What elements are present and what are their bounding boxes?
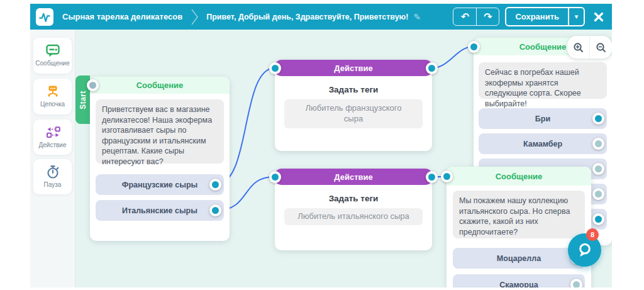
reply-button-scamorza[interactable]: Скаморца bbox=[453, 274, 585, 287]
output-port[interactable] bbox=[426, 171, 438, 183]
sidebar-item-label: Пауза bbox=[44, 181, 62, 188]
topbar: Сырная тарелка деликатесов Привет, Добры… bbox=[30, 4, 612, 30]
block-palette-sidebar: Сообщение Цепочка Действие bbox=[30, 30, 75, 287]
node-header: Сообщение bbox=[90, 77, 230, 94]
node-header: Действие bbox=[275, 60, 432, 76]
app-logo bbox=[36, 8, 53, 26]
magnifier-minus-icon bbox=[596, 42, 606, 53]
node-title: Действие bbox=[334, 172, 372, 182]
pulse-icon bbox=[37, 9, 52, 25]
reply-button-bri[interactable]: Бри bbox=[479, 108, 607, 129]
reply-button-label: Французские сыры bbox=[122, 181, 197, 189]
canvas-zoom-controls bbox=[567, 36, 612, 59]
undo-button[interactable]: ↶ bbox=[453, 8, 476, 25]
start-tab-label: Start bbox=[79, 91, 87, 109]
node-header: Действие bbox=[275, 169, 432, 185]
reply-button-label: Итальянские сыры bbox=[122, 206, 197, 215]
save-button-group: Сохранить ▾ bbox=[505, 7, 585, 26]
input-port[interactable] bbox=[269, 62, 281, 74]
sidebar-item-message[interactable]: Сообщение bbox=[33, 38, 72, 74]
node-title: Сообщение bbox=[519, 42, 567, 52]
reply-button-label: Скаморца bbox=[499, 281, 538, 288]
chat-bubble-icon bbox=[576, 242, 593, 259]
reply-button-label: Камамбер bbox=[523, 140, 562, 148]
message-text: Приветствуем вас в магазине деликатесов!… bbox=[96, 99, 224, 164]
flow-builder-window: Сырная тарелка деликатесов Привет, Добры… bbox=[30, 4, 612, 287]
output-port[interactable] bbox=[592, 113, 604, 125]
save-button[interactable]: Сохранить bbox=[506, 8, 568, 25]
message-text: Мы покажем нашу коллекцию итальянского с… bbox=[453, 191, 585, 238]
input-port[interactable] bbox=[87, 79, 99, 91]
sidebar-item-action[interactable]: Действие bbox=[33, 120, 72, 155]
input-port[interactable] bbox=[468, 41, 480, 53]
node-header: Сообщение bbox=[447, 167, 591, 186]
reply-button-french[interactable]: Французские сыры bbox=[96, 174, 224, 195]
topbar-actions: ↶ ↷ Сохранить ▾ bbox=[453, 7, 612, 26]
action-heading: Задать теги bbox=[275, 85, 432, 94]
node-message-italian-collection[interactable]: Сообщение Мы покажем нашу коллекцию итал… bbox=[447, 167, 591, 287]
node-action-french[interactable]: Действие Задать теги Любитель франзцузск… bbox=[275, 60, 432, 151]
tag-value: Любитель франзцузского сыра bbox=[284, 99, 423, 128]
output-port[interactable] bbox=[209, 179, 221, 191]
input-port[interactable] bbox=[269, 171, 281, 183]
chat-unread-badge: 8 bbox=[586, 228, 599, 241]
output-port[interactable] bbox=[426, 62, 438, 74]
tag-value: Любитель итальянского сыра bbox=[284, 208, 423, 225]
message-icon bbox=[45, 42, 61, 59]
node-message-start[interactable]: Сообщение Приветствуем вас в магазине де… bbox=[90, 77, 230, 241]
flow-canvas[interactable]: Start Сообщение Приветствуем вас в магаз… bbox=[75, 30, 612, 287]
node-action-italian[interactable]: Действие Задать теги Любитель итальянско… bbox=[275, 169, 432, 250]
reply-button-label: Бри bbox=[535, 114, 550, 123]
save-dropdown-caret[interactable]: ▾ bbox=[568, 8, 584, 25]
reply-button-camembert[interactable]: Камамбер bbox=[479, 133, 607, 154]
close-button[interactable] bbox=[594, 12, 604, 22]
sidebar-item-label: Сообщение bbox=[35, 60, 69, 67]
zoom-out-button[interactable] bbox=[589, 36, 612, 59]
flow-title: Привет, Добрый день, Здравствуйте, Приве… bbox=[206, 13, 408, 21]
output-port[interactable] bbox=[592, 138, 604, 150]
page: Сырная тарелка деликатесов Привет, Добры… bbox=[0, 0, 644, 290]
sidebar-item-label: Действие bbox=[39, 142, 67, 148]
sidebar-item-label: Цепочка bbox=[40, 101, 65, 108]
input-port[interactable] bbox=[441, 170, 453, 182]
output-port[interactable] bbox=[592, 163, 604, 175]
pause-icon bbox=[45, 164, 61, 180]
action-icon bbox=[45, 124, 61, 140]
reply-button-mozzarella[interactable]: Моцарелла bbox=[453, 248, 585, 269]
sidebar-item-pause[interactable]: Пауза bbox=[33, 159, 72, 194]
output-port[interactable] bbox=[592, 213, 604, 225]
close-icon bbox=[594, 12, 604, 22]
reply-button-italian[interactable]: Итальянские сыры bbox=[96, 200, 224, 221]
output-port[interactable] bbox=[209, 204, 221, 216]
breadcrumb-bot-name[interactable]: Сырная тарелка деликатесов bbox=[62, 12, 182, 21]
output-port[interactable] bbox=[592, 188, 604, 200]
message-text: Сейчас в погребах нашей экофермы хранятс… bbox=[479, 62, 607, 99]
undo-redo-group: ↶ ↷ bbox=[453, 8, 499, 26]
output-port[interactable] bbox=[570, 279, 582, 287]
chain-icon bbox=[45, 83, 61, 99]
redo-button[interactable]: ↷ bbox=[476, 8, 499, 25]
reply-button-label: Моцарелла bbox=[497, 254, 541, 263]
node-title: Сообщение bbox=[496, 172, 543, 181]
action-heading: Задать теги bbox=[275, 194, 432, 203]
zoom-in-button[interactable] bbox=[567, 36, 589, 59]
magnifier-plus-icon bbox=[573, 42, 584, 53]
edit-title-icon[interactable]: ✎ bbox=[413, 12, 421, 22]
sidebar-item-chain[interactable]: Цепочка bbox=[33, 79, 72, 114]
node-title: Сообщение bbox=[136, 81, 184, 90]
node-title: Действие bbox=[334, 64, 372, 73]
breadcrumb-chevron-icon bbox=[191, 8, 199, 26]
